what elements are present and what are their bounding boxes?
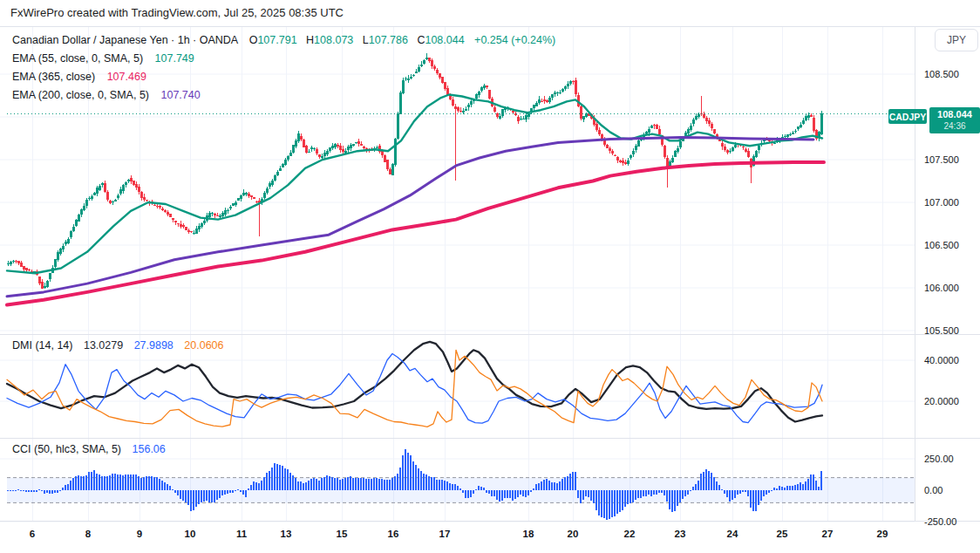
ohlc-high-label: H	[306, 34, 314, 46]
time-axis-label: 20	[568, 529, 579, 539]
time-axis-label: 13	[281, 529, 292, 539]
time-axis-label: 23	[675, 529, 686, 539]
indicator-name: EMA (55, close, 0, SMA, 5)	[12, 52, 143, 65]
minusdi-line	[7, 350, 822, 427]
price-axis-label: 105.500	[924, 325, 959, 336]
adx-line	[7, 342, 822, 422]
cci-value: 156.06	[133, 443, 166, 455]
dmi-minusdi-value: 20.0606	[184, 339, 223, 352]
indicator-name: EMA (365, close)	[12, 71, 95, 83]
ema365-line	[7, 162, 824, 305]
ohlc-open-label: O	[249, 34, 258, 46]
last-price-badge: 108.044 24:36	[929, 107, 980, 133]
cci-axis-label: 250.00	[924, 454, 954, 464]
dmi-indicator-name: DMI (14, 14)	[12, 339, 72, 352]
time-axis-label: 6	[30, 529, 35, 539]
time-axis-label: 24	[727, 529, 738, 539]
time-axis-label: 22	[624, 529, 636, 539]
cci-indicator-name: CCI (50, hlc3, SMA, 5)	[12, 443, 121, 455]
price-axis-label: 106.000	[924, 283, 959, 293]
dmi-axis-label: 40.0000	[924, 355, 959, 365]
time-axis-label: 18	[523, 529, 534, 539]
indicator-row-ema55[interactable]: EMA (55, close, 0, SMA, 5) 107.749	[12, 50, 555, 68]
cci-axis-label: 0.00	[924, 485, 943, 495]
cci-pane[interactable]	[7, 449, 915, 519]
time-axis[interactable]: 6891011131516171820222324252729	[30, 529, 888, 539]
time-axis-label: 16	[388, 529, 399, 539]
price-axis-label: 107.000	[924, 197, 959, 208]
price-axis[interactable]: 108.500107.500107.000106.500106.000105.5…	[924, 69, 959, 527]
price-change: +0.254 (+0.24%)	[474, 34, 555, 46]
cci-axis-label: -250.00	[924, 516, 956, 527]
dmi-adx-value: 13.0279	[84, 339, 123, 352]
cci-legend-row[interactable]: CCI (50, hlc3, SMA, 5) 156.06	[12, 443, 166, 455]
dmi-plusdi-value: 27.9898	[134, 339, 174, 352]
symbol-title-row[interactable]: Canadian Dollar / Japanese Yen · 1h · OA…	[12, 31, 555, 50]
chart-window: FxWirePro created with TradingView.com, …	[0, 0, 980, 553]
time-axis-label: 17	[439, 529, 451, 539]
currency-unit-button[interactable]: JPY	[935, 29, 978, 51]
indicator-value: 107.749	[155, 52, 194, 65]
time-axis-label: 27	[822, 529, 834, 539]
bar-countdown: 24:36	[943, 120, 965, 133]
indicator-value: 107.740	[161, 89, 201, 101]
time-axis-label: 9	[137, 529, 142, 539]
plusdi-line	[7, 354, 822, 424]
indicator-row-ema365[interactable]: EMA (365, close) 107.469	[12, 68, 555, 86]
ema200-line	[7, 138, 813, 297]
symbol-title: Canadian Dollar / Japanese Yen · 1h · OA…	[12, 34, 238, 46]
price-axis-label: 107.500	[924, 154, 959, 165]
ohlc-close-value: 108.044	[425, 34, 464, 46]
time-axis-label: 25	[777, 529, 788, 539]
dmi-legend-row[interactable]: DMI (14, 14) 13.0279 27.9898 20.0606	[12, 339, 223, 352]
indicator-row-ema200[interactable]: EMA (200, close, 0, SMA, 5) 107.740	[12, 86, 555, 105]
ohlc-high-value: 108.073	[314, 34, 353, 46]
last-price-value: 108.044	[937, 108, 972, 120]
time-axis-label: 15	[337, 529, 348, 539]
time-axis-label: 29	[877, 529, 888, 539]
ohlc-low-label: L	[363, 34, 369, 46]
dmi-pane[interactable]	[7, 342, 822, 427]
symbol-legend: Canadian Dollar / Japanese Yen · 1h · OA…	[12, 31, 555, 105]
time-axis-label: 10	[185, 529, 196, 539]
price-axis-label: 108.500	[924, 69, 959, 79]
ohlc-low-value: 107.786	[369, 34, 408, 46]
time-axis-label: 8	[85, 529, 92, 539]
indicator-value: 107.469	[107, 71, 146, 83]
ema55-line	[7, 95, 822, 274]
ohlc-open-value: 107.791	[257, 34, 296, 46]
time-axis-label: 11	[236, 529, 248, 539]
dmi-axis-label: 20.0000	[924, 396, 959, 406]
ticker-price-line-tag: CADJPY	[888, 109, 927, 124]
indicator-name: EMA (200, close, 0, SMA, 5)	[12, 89, 149, 101]
price-axis-label: 106.500	[924, 240, 959, 250]
